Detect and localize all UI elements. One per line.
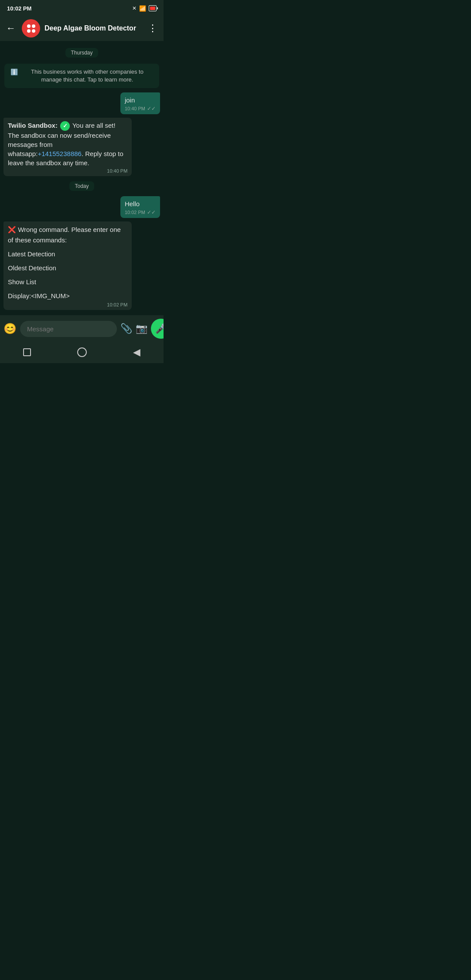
dot-1 xyxy=(27,24,31,28)
thursday-label: Thursday xyxy=(65,48,98,58)
cmd-latest: Latest Detection xyxy=(8,249,127,259)
bubble-text-join: join xyxy=(125,95,156,105)
message-twilio: Twilio Sandbox: You are all set! The san… xyxy=(3,118,160,176)
avatar-dots xyxy=(24,21,38,36)
msg-meta-join: 10:40 PM ✓✓ xyxy=(125,105,156,112)
status-bar: 10:02 PM ✕ 📶 xyxy=(0,0,164,16)
bubble-text-hello: Hello xyxy=(125,199,156,208)
wifi-icon: 📶 xyxy=(139,5,146,12)
message-input[interactable] xyxy=(20,321,117,337)
cmd-display: Display:<IMG_NUM> xyxy=(8,291,127,301)
msg-meta-twilio: 10:40 PM xyxy=(8,168,127,174)
sim-icon: ✕ xyxy=(132,5,137,11)
back-button[interactable]: ← xyxy=(4,21,17,36)
battery-fill xyxy=(150,7,155,10)
mic-icon: 🎤 xyxy=(155,323,164,334)
dot-4 xyxy=(32,29,35,33)
twilio-phone: +14155238886 xyxy=(38,150,82,157)
bubble-twilio: Twilio Sandbox: You are all set! The san… xyxy=(3,118,132,176)
chat-area: Thursday ℹ️ This business works with oth… xyxy=(0,41,164,315)
mic-button[interactable]: 🎤 xyxy=(151,319,164,339)
emoji-button[interactable]: 😊 xyxy=(3,323,17,335)
wrong-cmd-header: Wrong command. Please enter one of these… xyxy=(8,226,121,244)
contact-info: Deep Algae Bloom Detector xyxy=(44,24,142,32)
msg-time-hello: 10:02 PM xyxy=(125,210,145,215)
contact-avatar[interactable] xyxy=(22,19,40,37)
msg-ticks-join: ✓✓ xyxy=(147,105,156,112)
msg-time-wrongcmd: 10:02 PM xyxy=(107,302,127,307)
thursday-separator: Thursday xyxy=(3,48,160,58)
nav-back-icon: ◀ xyxy=(133,347,140,358)
nav-home-button[interactable] xyxy=(77,347,87,357)
status-icons: ✕ 📶 xyxy=(132,5,157,12)
input-bar: 😊 📎 📷 🎤 xyxy=(0,315,164,342)
info-text: This business works with other companies… xyxy=(21,68,153,84)
message-wrongcmd: ❌ Wrong command. Please enter one of the… xyxy=(3,221,160,310)
dot-3 xyxy=(27,29,31,33)
cmd-showlist: Show List xyxy=(8,277,127,287)
info-icon: ℹ️ xyxy=(10,68,18,75)
bubble-wrongcmd: ❌ Wrong command. Please enter one of the… xyxy=(3,221,132,310)
nav-bar: ◀ xyxy=(0,342,164,363)
battery-icon xyxy=(149,5,157,11)
chat-header: ← Deep Algae Bloom Detector ⋮ xyxy=(0,16,164,41)
nav-square-button[interactable] xyxy=(23,348,31,356)
dot-2 xyxy=(32,24,35,28)
bubble-text-wrongcmd: ❌ Wrong command. Please enter one of the… xyxy=(8,225,127,301)
bubble-text-twilio: Twilio Sandbox: You are all set! The san… xyxy=(8,121,127,167)
status-time: 10:02 PM xyxy=(7,5,31,12)
nav-back-button[interactable]: ◀ xyxy=(133,347,140,358)
twilio-check-icon xyxy=(60,121,70,131)
msg-time-twilio: 10:40 PM xyxy=(107,168,127,174)
today-label: Today xyxy=(69,181,94,191)
cmd-oldest: Oldest Detection xyxy=(8,263,127,273)
nav-square-icon xyxy=(23,348,31,356)
camera-button[interactable]: 📷 xyxy=(136,323,147,334)
message-hello: Hello 10:02 PM ✓✓ xyxy=(3,196,160,218)
attach-button[interactable]: 📎 xyxy=(120,323,132,334)
more-options-button[interactable]: ⋮ xyxy=(146,21,159,36)
twilio-sender: Twilio Sandbox: xyxy=(8,122,58,129)
info-banner[interactable]: ℹ️ This business works with other compan… xyxy=(4,64,159,88)
message-join: join 10:40 PM ✓✓ xyxy=(3,92,160,114)
nav-circle-icon xyxy=(77,347,87,357)
bubble-hello: Hello 10:02 PM ✓✓ xyxy=(120,196,160,218)
today-separator: Today xyxy=(3,181,160,191)
msg-ticks-hello: ✓✓ xyxy=(147,209,156,215)
contact-name: Deep Algae Bloom Detector xyxy=(44,24,142,32)
msg-meta-wrongcmd: 10:02 PM xyxy=(8,302,127,307)
msg-meta-hello: 10:02 PM ✓✓ xyxy=(125,209,156,215)
bubble-join: join 10:40 PM ✓✓ xyxy=(120,92,160,114)
msg-time-join: 10:40 PM xyxy=(125,106,145,111)
error-emoji: ❌ xyxy=(8,226,16,233)
